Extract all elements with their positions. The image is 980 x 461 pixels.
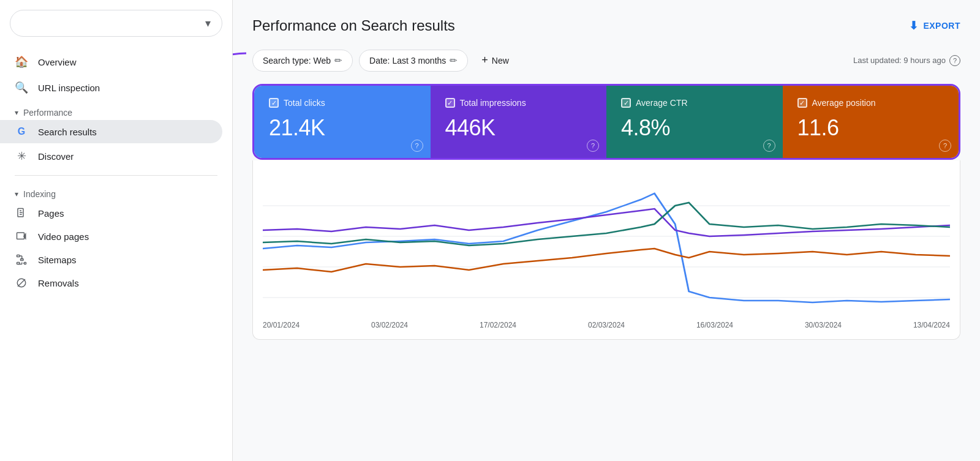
sidebar-item-removals[interactable]: Removals [0,271,222,294]
info-icon[interactable]: ? [949,55,960,66]
date-filter[interactable]: Date: Last 3 months ✏ [359,50,468,72]
chart-label: 20/01/2024 [263,321,300,329]
home-icon: 🏠 [15,55,28,69]
chart-label: 17/02/2024 [480,321,516,329]
sidebar-item-label: Sitemaps [38,255,77,265]
chart-label: 13/04/2024 [913,321,950,329]
metric-card-position[interactable]: Average position 11.6 ? [783,86,959,158]
metric-help-impressions[interactable]: ? [587,140,599,152]
video-icon [15,231,28,242]
sidebar-item-label: URL inspection [38,83,100,93]
search-icon: 🔍 [15,81,28,94]
performance-section[interactable]: ▾ Performance [0,100,232,120]
main-header: Performance on Search results ⬇ EXPORT [252,17,960,34]
metric-value-clicks: 21.4K [269,115,416,141]
sidebar-item-label: Video pages [38,231,89,242]
metric-checkbox-clicks[interactable] [269,98,279,108]
metric-card-clicks[interactable]: Total clicks 21.4K ? [254,86,431,158]
section-chevron-icon: ▾ [15,108,18,117]
search-type-filter[interactable]: Search type: Web ✏ [252,50,353,72]
metric-label-position: Average position [812,98,876,108]
last-updated: Last updated: 9 hours ago ? [853,55,960,66]
metric-label-impressions: Total impressions [460,98,526,108]
section-label: Indexing [23,189,56,199]
last-updated-text: Last updated: 9 hours ago [853,56,946,65]
sidebar-item-video-pages[interactable]: Video pages [0,225,222,248]
search-type-label: Search type: Web [263,56,331,66]
nav-divider [15,175,217,176]
metric-value-ctr: 4.8% [621,115,768,141]
sidebar-item-overview[interactable]: 🏠 Overview [0,49,222,75]
metric-help-ctr[interactable]: ? [763,140,775,152]
metric-label-ctr: Average CTR [636,98,688,108]
metric-help-position[interactable]: ? [939,140,951,152]
plus-icon: + [481,54,488,67]
removals-icon [15,277,28,288]
svg-rect-6 [17,255,20,257]
metric-value-position: 11.6 [797,115,944,141]
sidebar-item-label: Overview [38,57,77,67]
metric-card-impressions[interactable]: Total impressions 446K ? [431,86,607,158]
svg-rect-4 [17,233,24,239]
page-title: Performance on Search results [252,17,455,34]
section-label: Performance [23,108,72,118]
new-filter-button[interactable]: + New [474,49,516,72]
metric-label-clicks: Total clicks [284,98,325,108]
chart-label: 03/02/2024 [371,321,408,329]
sidebar-item-label: Pages [38,208,64,219]
svg-rect-9 [24,263,26,264]
chart-label: 16/03/2024 [696,321,733,329]
chart-container: 20/01/2024 03/02/2024 17/02/2024 02/03/2… [252,160,960,340]
sidebar-nav: 🏠 Overview 🔍 URL inspection ▾ Performanc… [0,49,232,294]
sidebar-item-label: Discover [38,151,74,162]
chart-x-labels: 20/01/2024 03/02/2024 17/02/2024 02/03/2… [263,316,950,329]
metric-help-clicks[interactable]: ? [411,140,423,152]
sidebar: ▾ 🏠 Overview 🔍 URL inspection ▾ Performa… [0,0,233,461]
section-chevron-icon: ▾ [15,190,18,198]
sidebar-item-url-inspection[interactable]: 🔍 URL inspection [0,75,222,100]
main-content: Performance on Search results ⬇ EXPORT S… [233,0,980,461]
sidebar-item-pages[interactable]: Pages [0,201,222,225]
metric-value-impressions: 446K [445,115,592,141]
sidebar-item-search-results[interactable]: G Search results [0,120,222,143]
export-label: EXPORT [923,21,960,31]
indexing-section[interactable]: ▾ Indexing [0,182,232,201]
chart-label: 02/03/2024 [588,321,625,329]
sidebar-item-label: Removals [38,278,79,288]
export-button[interactable]: ⬇ EXPORT [909,19,960,32]
chart-area [263,175,950,316]
metric-checkbox-position[interactable] [797,98,807,108]
sidebar-item-label: Search results [38,127,97,137]
google-g-icon: G [15,126,28,137]
filter-bar: Search type: Web ✏ Date: Last 3 months ✏… [252,49,960,72]
chart-label: 30/03/2024 [805,321,842,329]
export-icon: ⬇ [909,19,919,32]
new-label: New [492,56,509,66]
metrics-cards: Total clicks 21.4K ? Total impressions 4… [252,84,960,160]
metric-card-ctr[interactable]: Average CTR 4.8% ? [606,86,783,158]
metric-checkbox-impressions[interactable] [445,98,455,108]
discover-icon: ✳ [15,149,28,163]
pages-icon [15,208,28,219]
performance-chart [263,175,950,316]
chevron-down-icon: ▾ [205,17,211,30]
sidebar-item-discover[interactable]: ✳ Discover [0,143,222,169]
property-dropdown[interactable]: ▾ [10,10,222,37]
sitemaps-icon [15,254,28,265]
metric-checkbox-ctr[interactable] [621,98,631,108]
edit-icon: ✏ [450,55,458,66]
sidebar-item-sitemaps[interactable]: Sitemaps [0,248,222,271]
svg-line-16 [18,279,25,287]
edit-icon: ✏ [334,55,342,66]
date-label: Date: Last 3 months [369,56,446,66]
